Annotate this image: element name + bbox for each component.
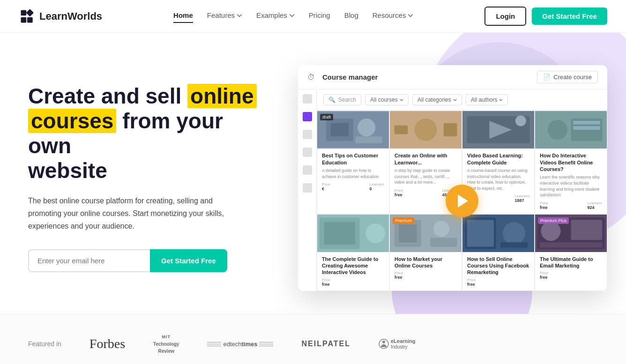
sidebar-icon-3[interactable] [303, 130, 312, 139]
sidebar-icon-1[interactable] [303, 94, 312, 104]
nav-actions: Login Get Started Free [484, 7, 607, 26]
svg-point-29 [433, 221, 449, 237]
nav-blog[interactable]: Blog [344, 11, 358, 21]
svg-rect-28 [399, 224, 417, 242]
logo-text: LearnWorlds [39, 10, 102, 22]
hero-description: The best online course platform for crea… [28, 194, 244, 233]
hero-title-highlight-online: online [187, 84, 256, 108]
course-thumbnail-2 [390, 111, 462, 149]
get-started-button[interactable]: Get Started Free [532, 7, 607, 25]
course-info-6: How to Market your Online Courses Price … [390, 252, 462, 284]
course-card-4[interactable]: How Do Interactive Videos Benefit Online… [535, 111, 607, 214]
svg-point-18 [548, 120, 567, 140]
course-meta-7: Price free [467, 278, 529, 287]
nav-pricing[interactable]: Pricing [309, 11, 330, 21]
nav-resources[interactable]: Resources [373, 11, 414, 21]
nav-features[interactable]: Features [207, 11, 242, 21]
nav-examples[interactable]: Examples [256, 11, 295, 21]
svg-rect-1 [26, 9, 34, 17]
hero-form: Get Started Free [28, 249, 272, 272]
course-card-1[interactable]: draft Best Tips on Custom [317, 111, 389, 214]
course-card-6[interactable]: Premium How to Market you [389, 214, 462, 291]
sidebar-icon-5[interactable] [303, 165, 312, 175]
course-info-1: Best Tips on Customer Education A detail… [317, 149, 389, 195]
mockup-title: Course manager [322, 73, 378, 81]
course-thumbnail-1: draft [317, 111, 389, 149]
hero-content: Create and sell online courses from your… [28, 84, 272, 272]
edtech-lines-icon-right [259, 342, 273, 346]
login-button[interactable]: Login [484, 7, 526, 26]
mit-logo: MIT Technology Review [153, 333, 179, 355]
mockup-wrapper: ⏱ Course manager 📄 Create course [298, 65, 607, 290]
play-triangle-icon [458, 194, 468, 208]
course-meta-5: Price free [322, 278, 384, 287]
premium-badge: Premium [393, 217, 414, 224]
svg-rect-8 [355, 137, 382, 143]
course-info-7: How to Sell Online Courses Using Faceboo… [462, 252, 534, 290]
course-name-7: How to Sell Online Courses Using Faceboo… [467, 256, 529, 276]
featured-logos: Forbes MIT Technology Review edtechtimes… [89, 333, 598, 355]
play-button[interactable] [446, 185, 478, 217]
course-thumbnail-8: Premium Plus [535, 215, 607, 252]
svg-rect-2 [21, 17, 27, 22]
mockup-main-content: 🔍 Search All courses All categories All … [317, 89, 607, 290]
hero-cta-button[interactable]: Get Started Free [150, 249, 227, 272]
featured-label: Featured in [28, 340, 61, 348]
course-info-5: The Complete Guide to Creating Awesome I… [317, 252, 389, 290]
course-thumbnail-4 [535, 111, 607, 149]
sidebar-icon-6[interactable] [303, 183, 312, 193]
svg-rect-11 [395, 126, 408, 134]
authors-filter-dropdown[interactable]: All authors [466, 94, 508, 105]
course-card-7[interactable]: How to Sell Online Courses Using Faceboo… [462, 214, 535, 291]
course-meta-6: Price free [395, 271, 457, 280]
email-input[interactable] [28, 249, 150, 272]
logo[interactable]: LearnWorlds [19, 8, 102, 25]
sidebar-icon-4[interactable] [303, 148, 312, 157]
hero-section: Create and sell online courses from your… [0, 33, 626, 314]
svg-rect-12 [444, 123, 457, 137]
create-course-button[interactable]: 📄 Create course [537, 71, 598, 83]
course-info-4: How Do Interactive Videos Benefit Online… [535, 149, 607, 213]
course-name-6: How to Market your Online Courses [395, 256, 457, 269]
course-desc-3: A course-based course on using instructi… [467, 168, 529, 191]
course-name-2: Create an Online with Learnwor... [395, 152, 457, 166]
course-desc-1: A detailed guide on how to achieve in cu… [322, 168, 384, 179]
premium-plus-badge: Premium Plus [538, 217, 569, 224]
svg-rect-38 [571, 220, 603, 240]
svg-rect-0 [21, 10, 27, 15]
courses-filter-dropdown[interactable]: All courses [365, 94, 409, 105]
plus-icon: 📄 [543, 74, 551, 81]
course-manager-mockup: ⏱ Course manager 📄 Create course [298, 65, 607, 290]
svg-rect-24 [324, 222, 355, 245]
course-name-1: Best Tips on Customer Education [322, 152, 384, 166]
course-card-8[interactable]: Premium Plus The Ultimate [535, 214, 607, 291]
nav-home[interactable]: Home [173, 11, 193, 21]
course-card-5[interactable]: The Complete Guide to Creating Awesome I… [317, 214, 389, 291]
course-thumbnail-5 [317, 215, 389, 252]
categories-filter-dropdown[interactable]: All categories [412, 94, 462, 105]
clock-icon: ⏱ [307, 73, 315, 82]
svg-point-34 [503, 222, 525, 245]
search-filter[interactable]: 🔍 Search [323, 94, 361, 105]
course-thumbnail-6: Premium [390, 215, 462, 252]
navbar: LearnWorlds Home Features Examples Prici… [0, 0, 626, 33]
edtech-lines-icon [207, 342, 221, 346]
course-name-4: How Do Interactive Videos Benefit Online… [540, 152, 602, 172]
svg-point-10 [415, 119, 437, 141]
course-thumbnail-3 [462, 111, 534, 149]
svg-point-7 [358, 119, 375, 137]
mockup-sidebar [298, 89, 317, 290]
svg-point-42 [382, 341, 385, 343]
course-name-5: The Complete Guide to Creating Awesome I… [322, 256, 384, 276]
course-name-3: Video Based Learning: Complete Guide [467, 152, 529, 166]
course-desc-2: A step by step guide to create courses t… [395, 168, 457, 186]
svg-rect-20 [573, 121, 600, 125]
sidebar-icon-2[interactable] [303, 112, 312, 121]
course-name-8: The Ultimate Guide to Email Marketing [540, 256, 602, 269]
course-meta-4: Price free Learners 924 [540, 201, 602, 210]
svg-rect-6 [331, 123, 349, 137]
course-meta-1: Price € Learners 0 [322, 182, 384, 191]
nav-links: Home Features Examples Pricing Blog Reso… [173, 11, 413, 21]
logo-icon [19, 8, 36, 25]
elearning-logo: eLearningIndustry [379, 338, 416, 349]
